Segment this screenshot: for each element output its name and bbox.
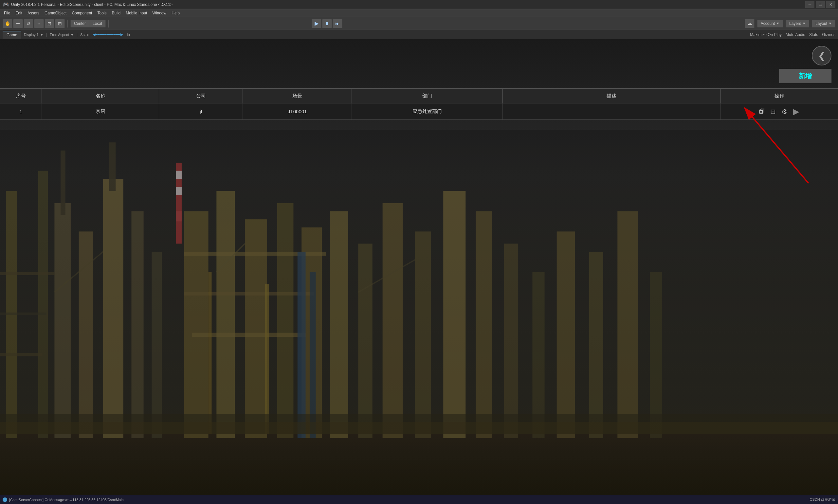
svg-rect-45 — [0, 422, 838, 434]
layers-label: Layers — [789, 21, 801, 26]
svg-rect-30 — [358, 244, 372, 438]
tool-rect[interactable]: ⊡ — [44, 19, 54, 28]
svg-rect-35 — [504, 244, 518, 438]
aspect-label: Free Aspect — [50, 33, 69, 37]
settings-icon[interactable]: ⚙ — [780, 107, 789, 116]
svg-rect-6 — [38, 171, 48, 438]
pause-button[interactable]: ⏸ — [322, 19, 332, 28]
table-header: 序号 名称 公司 场景 部门 描述 操作 — [0, 88, 838, 104]
status-message: [CsmtServerConnect] OnMessage:ws://118.3… — [9, 498, 124, 502]
svg-rect-43 — [209, 272, 212, 434]
stats-button[interactable]: Stats — [809, 32, 818, 37]
cloud-button[interactable]: ☁ — [745, 19, 754, 28]
svg-rect-37 — [557, 232, 575, 438]
copy-icon[interactable]: 🗐 — [757, 107, 767, 116]
game-tab[interactable]: Game — [3, 31, 21, 39]
mute-audio[interactable]: Mute Audio — [786, 32, 805, 37]
svg-rect-18 — [176, 171, 182, 179]
svg-rect-1 — [0, 434, 838, 495]
menu-edit[interactable]: Edit — [13, 10, 25, 16]
add-label: 新增 — [799, 72, 812, 80]
account-dropdown[interactable]: Account ▼ — [757, 20, 783, 28]
back-button[interactable]: ❮ — [812, 46, 832, 66]
transform-tools: ✋ ✛ ↺ ↔ ⊡ ⊞ — [3, 19, 65, 28]
scale-label: Scale — [80, 33, 89, 37]
back-icon: ❮ — [818, 50, 825, 61]
svg-rect-7 — [0, 272, 54, 275]
display-control[interactable]: Display 1 ▼ — [24, 33, 43, 37]
maximize-button[interactable]: ☐ — [816, 1, 825, 8]
action-icons: 🗐 ⊡ ⚙ ▶ — [757, 106, 801, 117]
table-container: 序号 名称 公司 场景 部门 描述 操作 1 — [0, 88, 838, 120]
tool-transform[interactable]: ⊞ — [55, 19, 65, 28]
td-dept-1: 应急处置部门 — [352, 104, 503, 120]
menu-help[interactable]: Help — [169, 10, 182, 16]
svg-rect-14 — [151, 252, 162, 438]
play-button[interactable]: ▶ — [311, 19, 321, 28]
aspect-arrow: ▼ — [70, 33, 74, 37]
svg-rect-12 — [103, 179, 123, 438]
td-desc-1 — [503, 104, 721, 120]
svg-rect-20 — [176, 212, 182, 221]
title-text: Unity 2018.4.2f1 Personal - EditorScene.… — [11, 2, 805, 7]
svg-rect-41 — [298, 252, 306, 438]
svg-rect-24 — [277, 203, 293, 438]
svg-rect-27 — [184, 292, 314, 295]
menu-component[interactable]: Component — [69, 10, 95, 16]
local-toggle[interactable]: Local — [89, 20, 105, 27]
tool-rotate[interactable]: ↺ — [23, 19, 33, 28]
svg-rect-46 — [0, 414, 838, 422]
close-button[interactable]: ✕ — [826, 1, 835, 8]
status-bar: [CsmtServerConnect] OnMessage:ws://118.3… — [0, 495, 838, 504]
svg-rect-29 — [330, 212, 348, 438]
separator-2 — [108, 20, 109, 28]
menu-build[interactable]: Build — [109, 10, 123, 16]
tool-scale[interactable]: ↔ — [34, 19, 44, 28]
play-row-button[interactable]: ▶ — [791, 106, 801, 117]
display-label: Display 1 — [24, 33, 39, 37]
transform-toggle[interactable]: Center Local — [70, 20, 106, 28]
th-action: 操作 — [721, 89, 838, 103]
menu-gameobject[interactable]: GameObject — [42, 10, 69, 16]
menu-tools[interactable]: Tools — [95, 10, 109, 16]
layout-dropdown[interactable]: Layout ▼ — [812, 20, 835, 28]
account-label: Account — [761, 21, 775, 26]
svg-rect-44 — [265, 284, 269, 434]
unity-icon: 🎮 — [3, 1, 9, 7]
svg-rect-36 — [532, 272, 545, 438]
td-name-1: 京唐 — [42, 104, 159, 120]
layers-arrow: ▼ — [802, 22, 806, 25]
right-toolbar: ☁ Account ▼ Layers ▼ Layout ▼ — [745, 19, 835, 28]
tool-move[interactable]: ✛ — [13, 19, 23, 28]
td-action-1: 🗐 ⊡ ⚙ ▶ — [721, 104, 838, 120]
gizmos-button[interactable]: Gizmos — [822, 32, 835, 37]
scale-control[interactable]: Scale ◀━━━━━━━━━━━▶ 1x — [80, 32, 130, 37]
step-button[interactable]: ⏭ — [333, 19, 342, 28]
th-company: 公司 — [159, 89, 243, 103]
th-scene: 场景 — [243, 89, 352, 103]
status-right: CSDN @黄若荣 — [810, 497, 835, 502]
svg-rect-40 — [650, 272, 662, 438]
tool-hand[interactable]: ✋ — [3, 19, 13, 28]
layers-dropdown[interactable]: Layers ▼ — [786, 20, 809, 28]
center-toggle[interactable]: Center — [71, 20, 89, 27]
menu-bar: File Edit Assets GameObject Component To… — [0, 9, 838, 17]
playback-controls: ▶ ⏸ ⏭ — [311, 19, 342, 28]
scale-value: 1x — [126, 33, 130, 37]
aspect-control[interactable]: Free Aspect ▼ — [50, 33, 74, 37]
menu-file[interactable]: File — [1, 10, 13, 16]
menu-mobile-input[interactable]: Mobile Input — [123, 10, 149, 16]
add-button[interactable]: 新增 — [779, 69, 832, 83]
window-controls[interactable]: ─ ☐ ✕ — [805, 1, 835, 8]
menu-assets[interactable]: Assets — [25, 10, 42, 16]
status-csdn: CSDN @黄若荣 — [810, 497, 835, 502]
toolbar: ✋ ✛ ↺ ↔ ⊡ ⊞ Center Local ▶ ⏸ ⏭ ☁ Account… — [0, 17, 838, 30]
minimize-button[interactable]: ─ — [805, 1, 815, 8]
svg-rect-16 — [109, 143, 115, 191]
menu-window[interactable]: Window — [150, 10, 169, 16]
edit-icon[interactable]: ⊡ — [769, 107, 778, 116]
maximize-on-play[interactable]: Maximize On Play — [750, 32, 782, 37]
scale-slider[interactable]: ◀━━━━━━━━━━━▶ — [93, 32, 123, 37]
table-row: 1 京唐 jt JT00001 应急处置部门 🗐 ⊡ ⚙ — [0, 104, 838, 120]
th-desc: 描述 — [503, 89, 721, 103]
